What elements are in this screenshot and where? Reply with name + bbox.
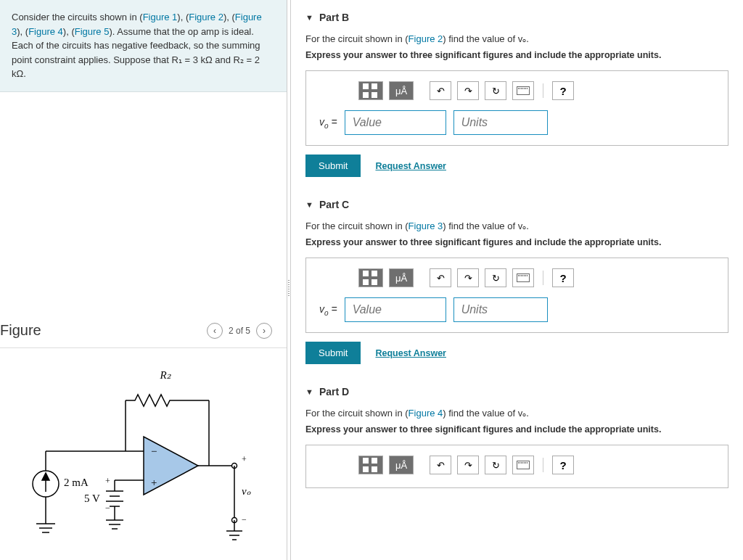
panel-resizer[interactable] [287, 0, 291, 560]
templates-button[interactable] [358, 268, 383, 287]
figure4-link[interactable]: Figure 4 [28, 26, 63, 37]
part-b-instruction: Express your answer to three significant… [305, 50, 728, 60]
keyboard-button[interactable] [512, 268, 534, 287]
part-c-desc: For the circuit shown in (Figure 3) find… [305, 221, 728, 231]
svg-text:2 mA: 2 mA [64, 477, 89, 488]
part-c-submit-button[interactable]: Submit [305, 342, 361, 364]
keyboard-icon [517, 86, 530, 95]
svg-text:R₂: R₂ [159, 369, 171, 381]
help-button[interactable]: ? [552, 456, 574, 474]
collapse-icon: ▼ [305, 200, 313, 209]
keyboard-icon [517, 273, 530, 282]
part-d-desc: For the circuit shown in (Figure 4) find… [305, 408, 728, 419]
svg-text:+: + [151, 477, 157, 488]
svg-marker-6 [42, 473, 49, 480]
part-b-units-input[interactable] [453, 110, 548, 135]
reset-button[interactable]: ↻ [485, 81, 506, 100]
part-b-figure-link[interactable]: Figure 2 [409, 33, 443, 44]
undo-button[interactable]: ↶ [430, 81, 451, 100]
reset-button[interactable]: ↻ [485, 268, 506, 287]
part-d-toolbar: μÅ ↶ ↷ ↻ ? [358, 456, 715, 474]
part-c-value-input[interactable] [345, 297, 446, 322]
svg-text:−: − [151, 445, 157, 457]
part-b-lhs: vo = [319, 116, 337, 130]
svg-text:5 V: 5 V [84, 493, 100, 504]
help-button[interactable]: ? [552, 268, 574, 287]
figure2-link[interactable]: Figure 2 [189, 12, 223, 22]
figure-next-button[interactable]: › [256, 323, 272, 339]
part-d-instruction: Express your answer to three significant… [305, 424, 728, 435]
redo-button[interactable]: ↷ [457, 456, 479, 474]
units-button[interactable]: μÅ [389, 81, 414, 100]
part-d: ▼ Part D For the circuit shown in (Figur… [305, 386, 728, 488]
part-b-submit-button[interactable]: Submit [305, 155, 361, 177]
reset-button[interactable]: ↻ [485, 456, 506, 474]
figure5-link[interactable]: Figure 5 [75, 26, 110, 37]
part-d-answer-box: μÅ ↶ ↷ ↻ ? [305, 445, 728, 488]
parts-scroll[interactable]: ▼ Part B For the circuit shown in (Figur… [291, 0, 743, 560]
figure-panel: Figure ‹ 2 of 5 › [0, 322, 287, 560]
collapse-icon: ▼ [305, 387, 313, 396]
part-c-toolbar: μÅ ↶ ↷ ↻ ? [358, 268, 715, 287]
part-b-toolbar: μÅ ↶ ↷ ↻ ? [358, 81, 715, 100]
figure-pager: ‹ 2 of 5 › [207, 323, 272, 339]
figure-divider [0, 347, 287, 348]
part-c-label: Part C [319, 199, 349, 210]
svg-text:+: + [242, 454, 247, 464]
undo-button[interactable]: ↶ [430, 268, 451, 287]
redo-button[interactable]: ↷ [457, 81, 479, 100]
part-c-units-input[interactable] [453, 297, 548, 322]
keyboard-button[interactable] [512, 456, 534, 474]
part-c-request-answer[interactable]: Request Answer [375, 348, 446, 358]
part-c-lhs: vo = [319, 303, 337, 317]
part-c-header[interactable]: ▼ Part C [305, 199, 728, 210]
part-c-instruction: Express your answer to three significant… [305, 237, 728, 247]
part-b-header[interactable]: ▼ Part B [305, 12, 728, 23]
part-b-value-input[interactable] [345, 110, 446, 135]
circuit-diagram: R₂ 2 mA 5 V − + + − + vₒ − [20, 357, 267, 545]
svg-text:−: − [105, 503, 110, 513]
part-d-header[interactable]: ▼ Part D [305, 386, 728, 398]
part-d-figure-link[interactable]: Figure 4 [409, 408, 443, 419]
figure-page-label: 2 of 5 [229, 326, 250, 336]
svg-text:+: + [105, 476, 110, 486]
help-button[interactable]: ? [552, 81, 574, 100]
undo-button[interactable]: ↶ [430, 456, 451, 474]
part-b-desc: For the circuit shown in (Figure 2) find… [305, 33, 728, 44]
figure-title: Figure [0, 322, 41, 339]
svg-text:−: − [242, 514, 247, 524]
part-d-label: Part D [319, 386, 349, 398]
redo-button[interactable]: ↷ [457, 268, 479, 287]
part-c-figure-link[interactable]: Figure 3 [409, 221, 443, 231]
templates-button[interactable] [358, 81, 383, 100]
keyboard-button[interactable] [512, 81, 534, 100]
part-b-answer-box: μÅ ↶ ↷ ↻ ? vo = [305, 70, 728, 146]
part-c-answer-box: μÅ ↶ ↷ ↻ ? vo = [305, 258, 728, 333]
part-c: ▼ Part C For the circuit shown in (Figur… [305, 199, 728, 364]
collapse-icon: ▼ [305, 13, 313, 22]
units-button[interactable]: μÅ [389, 268, 414, 287]
svg-text:vₒ: vₒ [242, 485, 252, 497]
keyboard-icon [517, 461, 530, 469]
part-b-label: Part B [319, 12, 349, 23]
problem-statement: Consider the circuits shown in (Figure 1… [0, 0, 287, 92]
figure1-link[interactable]: Figure 1 [143, 12, 178, 22]
part-b: ▼ Part B For the circuit shown in (Figur… [305, 12, 728, 177]
templates-button[interactable] [358, 456, 383, 474]
part-b-request-answer[interactable]: Request Answer [375, 161, 446, 171]
figure-prev-button[interactable]: ‹ [207, 323, 223, 339]
units-button[interactable]: μÅ [389, 456, 414, 474]
